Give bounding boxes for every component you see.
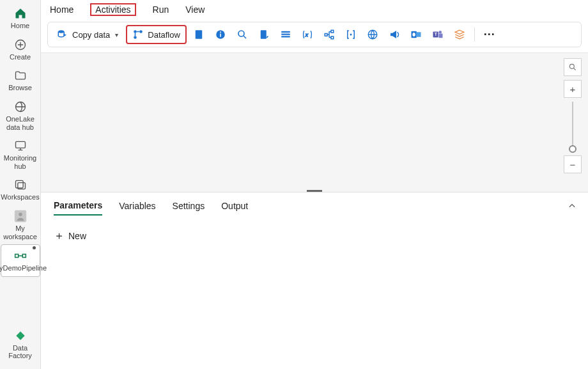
tab-variables[interactable]: Variables	[119, 201, 155, 215]
toolbar-lookup-button[interactable]	[233, 25, 252, 44]
dataflow-label: Dataflow	[148, 30, 180, 40]
svg-rect-19	[281, 31, 290, 33]
sidebar-item-label: Workspaces	[1, 193, 39, 201]
activities-toolbar: Copy data ▾ Dataflow x T ···	[47, 22, 582, 47]
avatar-icon	[13, 209, 27, 223]
copy-data-icon	[57, 29, 68, 40]
layers-icon	[454, 29, 465, 40]
svg-point-17	[238, 31, 244, 36]
toolbar-announce-button[interactable]	[385, 25, 404, 44]
monitor-icon	[13, 139, 27, 153]
sidebar-item-browse[interactable]: Browse	[1, 65, 40, 96]
sidebar-item-create[interactable]: Create	[1, 34, 40, 65]
svg-point-35	[569, 64, 574, 68]
copy-data-label: Copy data	[72, 30, 110, 40]
toolbar-web-button[interactable]	[363, 25, 382, 44]
main-area: Home Activities Run View Copy data ▾ Dat…	[41, 0, 588, 369]
chevron-down-icon: ▾	[115, 31, 118, 38]
sidebar-item-pipeline[interactable]: MyDemoPipeline	[1, 244, 40, 277]
toolbar-separator	[474, 27, 475, 42]
svg-rect-13	[196, 30, 203, 39]
teams-icon: T	[432, 29, 444, 40]
outlook-icon	[410, 29, 422, 40]
svg-text:x: x	[305, 32, 308, 38]
toolbar-teams-button[interactable]: T	[428, 25, 447, 44]
toolbar-layers-button[interactable]	[450, 25, 469, 44]
tab-home[interactable]: Home	[50, 3, 74, 16]
svg-point-11	[140, 30, 143, 33]
svg-rect-7	[15, 255, 18, 258]
zoom-slider-track[interactable]	[572, 102, 573, 149]
svg-rect-3	[15, 181, 23, 189]
unsaved-indicator-icon	[33, 246, 36, 249]
svg-rect-8	[22, 255, 26, 258]
zoom-slider-knob[interactable]	[569, 145, 576, 153]
sidebar-item-monitoring[interactable]: Monitoring hub	[1, 135, 40, 174]
bottom-tab-row: Parameters Variables Settings Output	[54, 200, 575, 216]
list-icon	[280, 29, 291, 40]
script-icon	[258, 29, 270, 40]
search-icon	[568, 63, 577, 72]
svg-point-32	[438, 31, 442, 34]
toolbar-variable-button[interactable]: x	[298, 25, 317, 44]
bottom-panel: Parameters Variables Settings Output ＋ N…	[41, 192, 588, 369]
svg-rect-15	[220, 34, 221, 37]
svg-point-26	[350, 34, 352, 36]
tab-activities[interactable]: Activities	[90, 3, 135, 16]
zoom-in-button[interactable]: +	[564, 80, 582, 98]
svg-rect-29	[416, 32, 421, 37]
pipeline-icon	[13, 249, 27, 263]
canvas-search-button[interactable]	[564, 58, 582, 76]
copy-data-button[interactable]: Copy data ▾	[52, 25, 123, 44]
svg-rect-20	[281, 34, 290, 35]
svg-point-12	[134, 36, 137, 39]
sidebar-item-my-workspace[interactable]: My workspace	[1, 205, 40, 244]
dataflow-icon	[132, 29, 144, 40]
globe-icon	[367, 29, 378, 40]
pipeline-canvas[interactable]: + −	[41, 52, 588, 192]
toolbar-bracket-button[interactable]	[341, 25, 360, 44]
toolbar-branch-button[interactable]	[320, 25, 339, 44]
chevron-up-icon	[568, 201, 576, 210]
svg-rect-33	[438, 34, 442, 38]
sidebar-item-label: MyDemoPipeline	[0, 264, 47, 272]
sidebar-item-onelake[interactable]: OneLake data hub	[1, 96, 40, 135]
svg-rect-21	[281, 36, 290, 37]
svg-rect-24	[331, 30, 334, 33]
tab-run[interactable]: Run	[153, 3, 169, 16]
canvas-controls: + −	[564, 58, 582, 177]
svg-rect-23	[325, 34, 327, 36]
sidebar-item-label: Monitoring hub	[2, 154, 39, 170]
new-parameter-button[interactable]: ＋ New	[54, 228, 575, 243]
svg-point-6	[19, 213, 22, 217]
toolbar-more-button[interactable]: ···	[480, 28, 499, 42]
svg-point-10	[134, 30, 137, 33]
left-sidebar: Home Create Browse OneLake data hub Moni…	[0, 0, 41, 369]
toolbar-script-button[interactable]	[254, 25, 274, 44]
tab-settings[interactable]: Settings	[173, 201, 205, 215]
sidebar-item-data-factory[interactable]: Data Factory	[1, 325, 40, 364]
sidebar-item-label: OneLake data hub	[2, 115, 39, 131]
search-blue-icon	[236, 29, 248, 40]
zoom-out-button[interactable]: −	[564, 155, 582, 173]
tab-output[interactable]: Output	[221, 201, 248, 215]
sidebar-item-home[interactable]: Home	[1, 3, 40, 34]
collapse-panel-button[interactable]	[568, 201, 576, 210]
bracket-icon	[345, 29, 357, 40]
toolbar-list-button[interactable]	[276, 25, 295, 44]
info-icon	[215, 29, 226, 40]
workspaces-icon	[13, 178, 27, 192]
svg-rect-2	[15, 142, 25, 148]
top-tab-row: Home Activities Run View	[41, 0, 588, 19]
sidebar-item-workspaces[interactable]: Workspaces	[1, 174, 40, 205]
toolbar-info-button[interactable]	[211, 25, 230, 44]
dataflow-button[interactable]: Dataflow	[126, 25, 187, 44]
tab-view[interactable]: View	[185, 3, 205, 16]
home-icon	[13, 6, 27, 20]
plus-circle-icon	[13, 38, 27, 52]
tab-parameters[interactable]: Parameters	[54, 200, 102, 216]
toolbar-notebook-button[interactable]	[189, 25, 208, 44]
toolbar-outlook-button[interactable]	[406, 25, 426, 44]
data-factory-icon	[13, 329, 27, 343]
bullhorn-icon	[389, 29, 400, 40]
